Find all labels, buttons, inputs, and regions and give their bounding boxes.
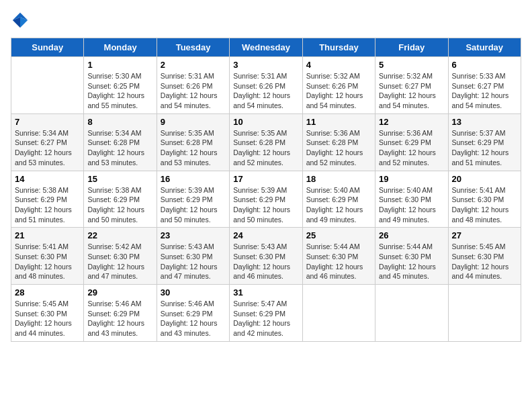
day-number: 23 xyxy=(161,230,226,240)
calendar-cell: 30Sunrise: 5:46 AM Sunset: 6:29 PM Dayli… xyxy=(157,285,229,342)
svg-marker-1 xyxy=(20,17,28,28)
day-number: 31 xyxy=(233,287,298,298)
day-number: 9 xyxy=(161,117,226,127)
calendar-cell: 2Sunrise: 5:31 AM Sunset: 6:26 PM Daylig… xyxy=(157,57,229,114)
calendar-cell: 10Sunrise: 5:35 AM Sunset: 6:28 PM Dayli… xyxy=(230,113,302,171)
svg-marker-2 xyxy=(13,17,20,28)
calendar-cell: 20Sunrise: 5:41 AM Sunset: 6:30 PM Dayli… xyxy=(448,171,521,228)
day-number: 2 xyxy=(161,60,226,70)
day-info: Sunrise: 5:36 AM Sunset: 6:28 PM Dayligh… xyxy=(306,128,371,168)
calendar-body: 1Sunrise: 5:30 AM Sunset: 6:25 PM Daylig… xyxy=(11,57,521,342)
week-row-1: 1Sunrise: 5:30 AM Sunset: 6:25 PM Daylig… xyxy=(11,57,521,114)
calendar-cell: 22Sunrise: 5:42 AM Sunset: 6:30 PM Dayli… xyxy=(84,228,157,285)
day-info: Sunrise: 5:44 AM Sunset: 6:30 PM Dayligh… xyxy=(306,242,371,281)
calendar-cell xyxy=(448,285,521,342)
day-info: Sunrise: 5:40 AM Sunset: 6:29 PM Dayligh… xyxy=(306,185,371,225)
day-number: 27 xyxy=(452,230,517,240)
calendar-cell: 3Sunrise: 5:31 AM Sunset: 6:26 PM Daylig… xyxy=(230,57,302,114)
logo-icon xyxy=(11,11,30,30)
day-info: Sunrise: 5:42 AM Sunset: 6:30 PM Dayligh… xyxy=(87,242,152,281)
calendar-header: Sunday Monday Tuesday Wednesday Thursday… xyxy=(11,38,521,57)
col-friday: Friday xyxy=(375,38,448,57)
logo xyxy=(11,11,32,30)
calendar-table: Sunday Monday Tuesday Wednesday Thursday… xyxy=(11,38,521,342)
day-number: 13 xyxy=(452,117,517,127)
day-number: 10 xyxy=(233,117,298,127)
calendar-cell: 18Sunrise: 5:40 AM Sunset: 6:29 PM Dayli… xyxy=(302,171,375,228)
calendar-cell: 23Sunrise: 5:43 AM Sunset: 6:30 PM Dayli… xyxy=(157,228,229,285)
day-info: Sunrise: 5:41 AM Sunset: 6:30 PM Dayligh… xyxy=(15,242,80,281)
day-info: Sunrise: 5:39 AM Sunset: 6:29 PM Dayligh… xyxy=(233,185,298,225)
day-number: 24 xyxy=(233,230,298,240)
day-info: Sunrise: 5:32 AM Sunset: 6:26 PM Dayligh… xyxy=(306,71,371,111)
col-tuesday: Tuesday xyxy=(157,38,229,57)
day-info: Sunrise: 5:38 AM Sunset: 6:29 PM Dayligh… xyxy=(87,185,152,225)
day-info: Sunrise: 5:39 AM Sunset: 6:29 PM Dayligh… xyxy=(161,185,226,225)
day-number: 21 xyxy=(15,230,80,240)
calendar-cell: 13Sunrise: 5:37 AM Sunset: 6:29 PM Dayli… xyxy=(448,113,521,171)
calendar-cell xyxy=(302,285,375,342)
calendar-cell: 29Sunrise: 5:46 AM Sunset: 6:29 PM Dayli… xyxy=(84,285,157,342)
week-row-5: 28Sunrise: 5:45 AM Sunset: 6:30 PM Dayli… xyxy=(11,285,521,342)
calendar-cell: 12Sunrise: 5:36 AM Sunset: 6:29 PM Dayli… xyxy=(375,113,448,171)
col-saturday: Saturday xyxy=(448,38,521,57)
day-info: Sunrise: 5:44 AM Sunset: 6:30 PM Dayligh… xyxy=(379,242,444,281)
day-info: Sunrise: 5:31 AM Sunset: 6:26 PM Dayligh… xyxy=(233,71,298,111)
day-number: 19 xyxy=(379,174,444,184)
calendar-cell xyxy=(375,285,448,342)
day-info: Sunrise: 5:35 AM Sunset: 6:28 PM Dayligh… xyxy=(233,128,298,168)
day-info: Sunrise: 5:37 AM Sunset: 6:29 PM Dayligh… xyxy=(452,128,517,168)
calendar-cell: 8Sunrise: 5:34 AM Sunset: 6:28 PM Daylig… xyxy=(84,113,157,171)
day-number: 8 xyxy=(87,117,152,127)
day-info: Sunrise: 5:36 AM Sunset: 6:29 PM Dayligh… xyxy=(379,128,444,168)
calendar-cell: 14Sunrise: 5:38 AM Sunset: 6:29 PM Dayli… xyxy=(11,171,84,228)
day-info: Sunrise: 5:40 AM Sunset: 6:30 PM Dayligh… xyxy=(379,185,444,225)
day-number: 26 xyxy=(379,230,444,240)
col-monday: Monday xyxy=(84,38,157,57)
calendar-cell: 6Sunrise: 5:33 AM Sunset: 6:27 PM Daylig… xyxy=(448,57,521,114)
day-number: 4 xyxy=(306,60,371,70)
day-number: 1 xyxy=(87,60,152,70)
day-info: Sunrise: 5:46 AM Sunset: 6:29 PM Dayligh… xyxy=(161,299,226,338)
day-info: Sunrise: 5:46 AM Sunset: 6:29 PM Dayligh… xyxy=(87,299,152,338)
day-number: 11 xyxy=(306,117,371,127)
calendar-cell: 26Sunrise: 5:44 AM Sunset: 6:30 PM Dayli… xyxy=(375,228,448,285)
day-info: Sunrise: 5:34 AM Sunset: 6:28 PM Dayligh… xyxy=(87,128,152,168)
day-info: Sunrise: 5:31 AM Sunset: 6:26 PM Dayligh… xyxy=(161,71,226,111)
calendar-cell: 27Sunrise: 5:45 AM Sunset: 6:30 PM Dayli… xyxy=(448,228,521,285)
day-info: Sunrise: 5:43 AM Sunset: 6:30 PM Dayligh… xyxy=(233,242,298,281)
day-number: 22 xyxy=(87,230,152,240)
week-row-2: 7Sunrise: 5:34 AM Sunset: 6:27 PM Daylig… xyxy=(11,113,521,171)
calendar-cell: 19Sunrise: 5:40 AM Sunset: 6:30 PM Dayli… xyxy=(375,171,448,228)
day-info: Sunrise: 5:30 AM Sunset: 6:25 PM Dayligh… xyxy=(87,71,152,111)
day-info: Sunrise: 5:35 AM Sunset: 6:28 PM Dayligh… xyxy=(161,128,226,168)
calendar-cell: 15Sunrise: 5:38 AM Sunset: 6:29 PM Dayli… xyxy=(84,171,157,228)
day-info: Sunrise: 5:41 AM Sunset: 6:30 PM Dayligh… xyxy=(452,185,517,225)
col-thursday: Thursday xyxy=(302,38,375,57)
day-number: 29 xyxy=(87,287,152,298)
day-info: Sunrise: 5:34 AM Sunset: 6:27 PM Dayligh… xyxy=(15,128,80,168)
day-number: 16 xyxy=(161,174,226,184)
day-number: 25 xyxy=(306,230,371,240)
calendar-cell: 25Sunrise: 5:44 AM Sunset: 6:30 PM Dayli… xyxy=(302,228,375,285)
col-sunday: Sunday xyxy=(11,38,84,57)
col-wednesday: Wednesday xyxy=(230,38,302,57)
day-number: 18 xyxy=(306,174,371,184)
day-number: 14 xyxy=(15,174,80,184)
calendar-cell: 1Sunrise: 5:30 AM Sunset: 6:25 PM Daylig… xyxy=(84,57,157,114)
day-number: 12 xyxy=(379,117,444,127)
day-number: 3 xyxy=(233,60,298,70)
day-info: Sunrise: 5:32 AM Sunset: 6:27 PM Dayligh… xyxy=(379,71,444,111)
week-row-3: 14Sunrise: 5:38 AM Sunset: 6:29 PM Dayli… xyxy=(11,171,521,228)
calendar-cell: 7Sunrise: 5:34 AM Sunset: 6:27 PM Daylig… xyxy=(11,113,84,171)
day-info: Sunrise: 5:47 AM Sunset: 6:29 PM Dayligh… xyxy=(233,299,298,338)
day-number: 7 xyxy=(15,117,80,127)
day-number: 30 xyxy=(161,287,226,298)
day-info: Sunrise: 5:33 AM Sunset: 6:27 PM Dayligh… xyxy=(452,71,517,111)
calendar-cell: 21Sunrise: 5:41 AM Sunset: 6:30 PM Dayli… xyxy=(11,228,84,285)
calendar-cell: 16Sunrise: 5:39 AM Sunset: 6:29 PM Dayli… xyxy=(157,171,229,228)
day-info: Sunrise: 5:45 AM Sunset: 6:30 PM Dayligh… xyxy=(15,299,80,338)
calendar-cell: 31Sunrise: 5:47 AM Sunset: 6:29 PM Dayli… xyxy=(230,285,302,342)
day-number: 6 xyxy=(452,60,517,70)
calendar-cell: 5Sunrise: 5:32 AM Sunset: 6:27 PM Daylig… xyxy=(375,57,448,114)
